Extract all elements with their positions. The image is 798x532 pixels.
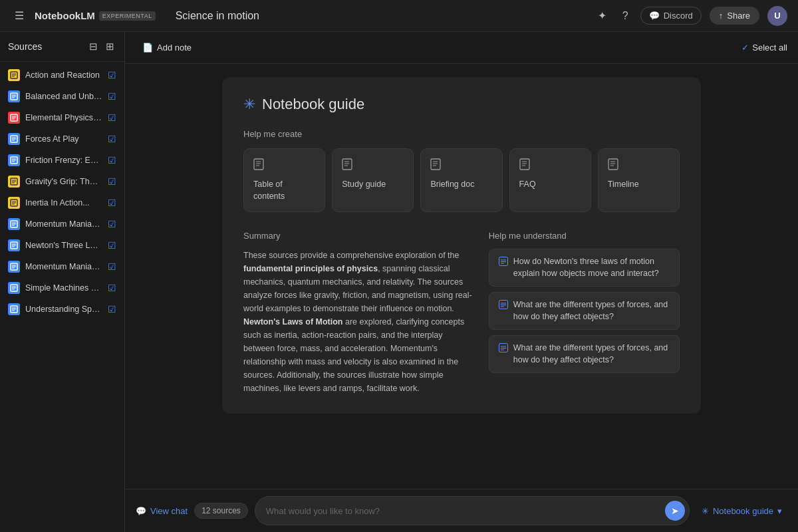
create-card-icon (342, 158, 404, 174)
source-checkbox[interactable]: ☑ (108, 198, 116, 208)
svg-rect-48 (254, 159, 263, 170)
source-item[interactable]: Forces At Play ☑ (0, 128, 124, 150)
source-checkbox[interactable]: ☑ (108, 219, 116, 229)
understand-cards: How do Newton's three laws of motion exp… (489, 249, 680, 373)
create-card-timeline[interactable]: Timeline (598, 148, 680, 212)
source-label: Action and Reaction (25, 70, 102, 80)
source-label: Newton's Three Laws... (25, 241, 102, 250)
create-cards: Table of contents Study guide Briefing d… (243, 148, 680, 212)
chat-input-wrapper: ➤ (255, 496, 690, 525)
create-card-icon (430, 158, 492, 174)
source-type-icon (8, 239, 20, 251)
source-item[interactable]: Gravity's Grip: The Force... ☑ (0, 171, 124, 192)
share-button[interactable]: ↑ Share (710, 7, 759, 25)
create-card-faq[interactable]: FAQ (509, 148, 591, 212)
understand-card-1[interactable]: What are the different types of forces, … (489, 292, 680, 330)
source-item[interactable]: Understanding Speed, Ve... ☑ (0, 299, 124, 320)
create-card-study-guide[interactable]: Study guide (332, 148, 414, 212)
understand-card-0[interactable]: How do Newton's three laws of motion exp… (489, 249, 680, 287)
asterisk-icon: ✳ (243, 96, 255, 113)
source-type-icon (8, 154, 20, 166)
view-chat-label: View chat (150, 506, 188, 516)
source-type-icon (8, 112, 20, 124)
settings-button[interactable]: ✦ (594, 5, 610, 26)
checkmark-icon: ✓ (741, 43, 749, 53)
source-checkbox[interactable]: ☑ (108, 70, 116, 80)
source-item[interactable]: Momentum Mania: Inves... ☑ (0, 256, 124, 277)
source-item[interactable]: Simple Machines Make... ☑ (0, 277, 124, 299)
source-item[interactable]: Action and Reaction ☑ (0, 65, 124, 86)
brand-name: NotebookLM (35, 10, 95, 21)
question-text: What are the different types of forces, … (513, 299, 670, 323)
summary-section: Summary These sources provide a comprehe… (243, 231, 473, 395)
create-card-icon (608, 158, 670, 174)
source-list: Action and Reaction ☑ Balanced and Unbal… (0, 62, 124, 532)
source-label: Forces At Play (25, 134, 102, 144)
hamburger-menu-button[interactable]: ☰ (11, 5, 28, 26)
send-icon: ➤ (671, 505, 679, 516)
notes-toolbar: 📄 Add note ✓ Select all (125, 32, 798, 64)
source-checkbox[interactable]: ☑ (108, 134, 116, 144)
source-label: Elemental Physics, Third... (25, 113, 102, 122)
create-card-table-of-contents[interactable]: Table of contents (243, 148, 325, 212)
source-checkbox[interactable]: ☑ (108, 155, 116, 166)
sidebar: Sources ⊟ ⊞ Action and Reaction ☑ (0, 32, 125, 532)
brand-logo: NotebookLM Experimental (35, 10, 156, 21)
source-type-icon (8, 303, 20, 315)
source-label: Momentum Mania: Inves... (25, 219, 102, 229)
notebook-panel-wrapper: ✳ Notebook guide Help me create Table of… (125, 64, 798, 489)
source-label: Friction Frenzy: Explorin... (25, 156, 102, 165)
source-checkbox[interactable]: ☑ (108, 283, 116, 293)
source-checkbox[interactable]: ☑ (108, 91, 116, 102)
source-label: Momentum Mania: Inves... (25, 262, 102, 271)
create-card-label: Study guide (342, 179, 404, 191)
add-note-label: Add note (157, 43, 192, 53)
page-title: Science in motion (176, 10, 259, 22)
app-header: ☰ NotebookLM Experimental Science in mot… (0, 0, 798, 32)
select-all-label: Select all (752, 43, 787, 53)
view-chat-button[interactable]: 💬 View chat (136, 506, 188, 516)
chat-send-button[interactable]: ➤ (665, 501, 685, 521)
content-area: 📄 Add note ✓ Select all ✳ Notebook guide… (125, 32, 798, 532)
add-source-button[interactable]: ⊞ (104, 39, 116, 55)
source-type-icon (8, 261, 20, 273)
source-checkbox[interactable]: ☑ (108, 261, 116, 272)
help-button[interactable]: ? (618, 6, 632, 26)
source-item[interactable]: Friction Frenzy: Explorin... ☑ (0, 150, 124, 171)
discord-icon: 💬 (649, 11, 660, 21)
svg-rect-56 (431, 159, 440, 170)
source-label: Balanced and Unbalanced... (25, 92, 102, 101)
help-understand-section: Help me understand How do Newton's three… (489, 231, 680, 395)
discord-button[interactable]: 💬 Discord (640, 7, 702, 25)
create-card-icon (519, 158, 581, 174)
source-checkbox[interactable]: ☑ (108, 176, 116, 187)
svg-rect-60 (520, 159, 529, 170)
add-note-button[interactable]: 📄 Add note (136, 39, 198, 56)
chat-input[interactable] (266, 506, 665, 516)
understand-card-2[interactable]: What are the different types of forces, … (489, 335, 680, 373)
help-understand-title: Help me understand (489, 231, 680, 241)
source-checkbox[interactable]: ☑ (108, 240, 116, 251)
source-item[interactable]: Balanced and Unbalanced... ☑ (0, 86, 124, 107)
select-all-button[interactable]: ✓ Select all (741, 43, 787, 53)
filter-icon: ⊟ (89, 41, 98, 53)
header-left: ☰ NotebookLM Experimental Science in mot… (11, 5, 259, 26)
sidebar-title: Sources (8, 41, 42, 52)
question-icon (499, 343, 508, 356)
source-item[interactable]: Momentum Mania: Inves... ☑ (0, 213, 124, 235)
hamburger-icon: ☰ (15, 9, 24, 22)
source-type-icon (8, 176, 20, 188)
share-icon: ↑ (719, 11, 724, 21)
source-item[interactable]: Inertia In Action... ☑ (0, 192, 124, 213)
notebook-guide-toggle-button[interactable]: ✳ Notebook guide ▾ (696, 503, 787, 519)
source-checkbox[interactable]: ☑ (108, 112, 116, 123)
filter-sources-button[interactable]: ⊟ (87, 39, 100, 55)
create-card-briefing-doc[interactable]: Briefing doc (420, 148, 502, 212)
settings-icon: ✦ (598, 9, 606, 22)
source-item[interactable]: Elemental Physics, Third... ☑ (0, 107, 124, 128)
source-checkbox[interactable]: ☑ (108, 304, 116, 315)
source-item[interactable]: Newton's Three Laws... ☑ (0, 235, 124, 256)
main-layout: Sources ⊟ ⊞ Action and Reaction ☑ (0, 32, 798, 532)
brand-badge: Experimental (99, 11, 156, 21)
create-card-icon (253, 158, 315, 174)
